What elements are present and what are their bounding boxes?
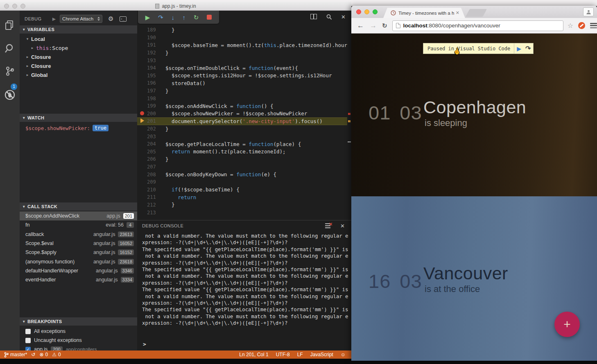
add-city-fab[interactable]: +: [554, 312, 580, 337]
city-panel-vancouver[interactable]: 16 03 Vancouver is at the office: [351, 196, 597, 361]
git-branch-item[interactable]: master*: [4, 352, 27, 357]
variable-row[interactable]: ▸Closure: [20, 52, 137, 61]
stop-icon[interactable]: [207, 15, 212, 20]
configure-gear-icon[interactable]: ⚙: [108, 15, 113, 22]
code-line[interactable]: 193: [137, 56, 351, 64]
callstack-section-header[interactable]: ▾ CALL STACK: [20, 202, 137, 211]
code-line[interactable]: 190: [137, 34, 351, 42]
restart-icon[interactable]: ↻: [194, 14, 199, 20]
breakpoint-gutter[interactable]: [137, 110, 147, 117]
code-line[interactable]: 209: [137, 178, 351, 186]
code-line[interactable]: 198: [137, 94, 351, 102]
close-console-icon[interactable]: ✕: [340, 223, 345, 229]
chrome-traffic-lights[interactable]: [356, 9, 378, 14]
address-bar[interactable]: localhost :8080/copenhagen/vancouver: [392, 20, 563, 31]
variable-row[interactable]: ▸this: Scope: [20, 43, 137, 52]
local-time-vancouver[interactable]: 16 03: [369, 270, 422, 292]
code-line[interactable]: 207: [137, 163, 351, 171]
code-line[interactable]: 203: [137, 133, 351, 140]
code-line[interactable]: 208 $scope.onBodyKeyDown = function(e) {: [137, 171, 351, 178]
collapsed-arrow-icon[interactable]: ▸: [30, 46, 34, 50]
callstack-frame[interactable]: eventHandlerangular.js3334: [20, 275, 137, 284]
callstack-frame[interactable]: defaultHandlerWrapperangular.js3346: [20, 266, 137, 275]
close-window-icon[interactable]: [4, 4, 9, 9]
back-button[interactable]: ←: [357, 22, 364, 30]
collapsed-arrow-icon[interactable]: ▸: [25, 64, 29, 68]
code-line[interactable]: 197 }: [137, 87, 351, 95]
code-line[interactable]: 200 $scope.showNewPicker = !$scope.showN…: [137, 110, 351, 118]
breakpoint-row[interactable]: ✓app.js200app/controllers: [20, 345, 137, 351]
language-mode-item[interactable]: JavaScript: [310, 352, 333, 357]
feedback-smiley-icon[interactable]: ☺: [341, 352, 346, 357]
breakpoint-checkbox[interactable]: [25, 338, 31, 343]
callstack-frame[interactable]: Scope.$applyangular.js16152: [20, 248, 137, 257]
code-line[interactable]: 192 }: [137, 49, 351, 57]
variable-row[interactable]: ▸Global: [20, 70, 137, 79]
profile-button[interactable]: [583, 7, 594, 16]
errors-item[interactable]: ⊗0: [39, 352, 48, 357]
clear-console-icon[interactable]: ✕: [325, 223, 331, 228]
code-line[interactable]: 195 $scope.settings.is12Hour = !$scope.s…: [137, 72, 351, 80]
callstack-frame[interactable]: fneval: 564: [20, 220, 137, 229]
code-line[interactable]: 210 if(!$scope.baseTime) {: [137, 186, 351, 193]
watch-expression-row[interactable]: $scope.showNewPicker: true: [25, 124, 109, 133]
console-input-prompt[interactable]: >: [143, 341, 146, 347]
forward-button[interactable]: →: [370, 22, 377, 30]
new-tab-button[interactable]: [466, 9, 487, 17]
code-line[interactable]: 202 }: [137, 125, 351, 133]
code-line[interactable]: 204 $scope.getPlaceLocalTime = function(…: [137, 140, 351, 148]
close-tab-icon[interactable]: ✕: [456, 10, 459, 16]
close-window-icon[interactable]: [356, 9, 361, 14]
callstack-frame[interactable]: Scope.$evalangular.js16052: [20, 239, 137, 248]
minimize-window-icon[interactable]: [364, 9, 369, 14]
search-icon[interactable]: [4, 43, 16, 54]
vscode-traffic-lights[interactable]: [4, 4, 25, 9]
launch-config-select[interactable]: Chrome Attach: [60, 15, 102, 23]
source-control-git-icon[interactable]: [4, 65, 16, 77]
code-line[interactable]: 199 $scope.onAddNewClick = function() {: [137, 102, 351, 110]
zoom-window-icon[interactable]: [373, 9, 378, 14]
extension-icon[interactable]: [578, 22, 585, 29]
code-line[interactable]: 194 $scope.onTimeDoubleClick = function(…: [137, 64, 351, 72]
step-over-icon[interactable]: ↷: [158, 14, 163, 20]
code-line[interactable]: 201 document.querySelector('.new-city-in…: [137, 117, 351, 125]
browser-tab[interactable]: Timey - timezones with a h ✕: [383, 8, 465, 18]
bookmark-star-icon[interactable]: ☆: [568, 22, 573, 29]
chrome-menu-icon[interactable]: [590, 23, 597, 28]
variable-row[interactable]: ▾Local: [20, 34, 137, 43]
debug-console-header[interactable]: DEBUG CONSOLE ✕ ✕: [137, 220, 351, 231]
console-output[interactable]: not a valid number. The value must match…: [142, 233, 347, 327]
collapsed-arrow-icon[interactable]: ▸: [25, 73, 29, 77]
bug-slash-debug-icon[interactable]: [4, 89, 16, 101]
warnings-item[interactable]: ⚠0: [52, 352, 61, 357]
explorer-files-icon[interactable]: [4, 20, 16, 31]
close-editor-icon[interactable]: ✕: [341, 14, 346, 22]
code-line[interactable]: 196 storeData(): [137, 79, 351, 87]
zoom-window-icon[interactable]: [20, 4, 25, 9]
resume-script-icon[interactable]: ▶: [517, 45, 521, 52]
code-line[interactable]: 191 $scope.baseTime = moment().tz(this.p…: [137, 41, 351, 49]
callstack-frame[interactable]: (anonymous function)angular.js23618: [20, 257, 137, 266]
code-line[interactable]: 206 }: [137, 155, 351, 163]
code-line[interactable]: 205 return moment().tz(place.timezoneId)…: [137, 148, 351, 156]
code-line[interactable]: 211 return: [137, 193, 351, 201]
city-panel-copenhagen[interactable]: Paused in Visual Studio Code ▶ ↷ ☝ 01 03…: [351, 34, 597, 196]
sync-icon[interactable]: ↺: [31, 352, 35, 357]
code-editor[interactable]: 189 }190191 $scope.baseTime = moment().t…: [137, 11, 351, 220]
breakpoint-gutter[interactable]: [137, 118, 147, 124]
callstack-frame[interactable]: callbackangular.js23613: [20, 230, 137, 239]
collapsed-arrow-icon[interactable]: ▸: [25, 55, 29, 59]
start-debug-icon[interactable]: ▶: [52, 16, 56, 22]
step-out-icon[interactable]: ↑: [183, 14, 186, 20]
reload-button[interactable]: ↻: [382, 22, 387, 29]
continue-icon[interactable]: ▶: [145, 14, 150, 20]
cursor-position-item[interactable]: Ln 201, Col 1: [239, 352, 268, 357]
open-console-icon[interactable]: ›_: [120, 16, 127, 22]
watch-section-header[interactable]: ▾ WATCH: [20, 114, 137, 122]
breakpoint-checkbox[interactable]: ✓: [25, 347, 31, 351]
breakpoint-row[interactable]: Uncaught exceptions: [20, 336, 137, 345]
encoding-item[interactable]: UTF-8: [276, 352, 290, 357]
open-preview-icon[interactable]: [326, 14, 332, 22]
breakpoint-checkbox[interactable]: [25, 329, 31, 334]
minimize-window-icon[interactable]: [12, 4, 17, 9]
